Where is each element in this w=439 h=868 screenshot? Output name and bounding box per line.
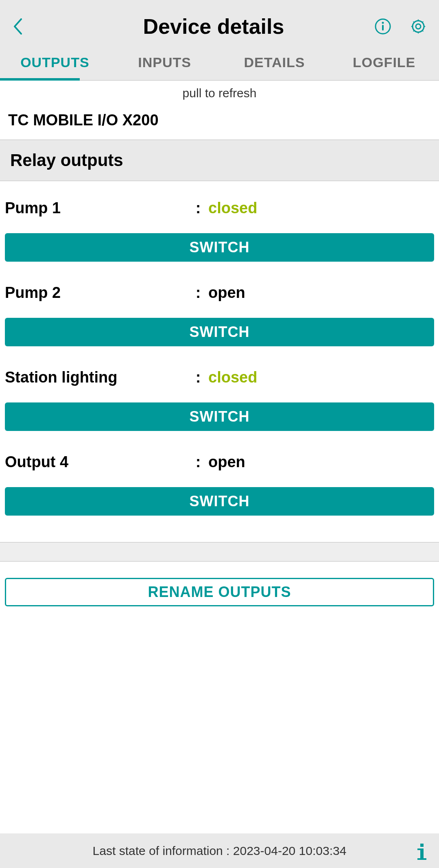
output-item: Output 4 : open SWITCH xyxy=(0,435,439,520)
info-icon[interactable] xyxy=(374,18,391,35)
switch-button[interactable]: SWITCH xyxy=(5,233,434,262)
settings-gear-icon[interactable] xyxy=(410,18,427,35)
output-item: Pump 1 : closed SWITCH xyxy=(0,181,439,266)
tab-inputs[interactable]: INPUTS xyxy=(110,45,220,80)
rename-outputs-button[interactable]: RENAME OUTPUTS xyxy=(5,578,434,606)
back-icon[interactable] xyxy=(12,18,37,35)
output-status: open xyxy=(204,453,245,471)
output-status: open xyxy=(204,284,245,302)
output-label: Pump 2 xyxy=(5,284,192,302)
output-label: Station lighting xyxy=(5,369,192,386)
output-status: closed xyxy=(204,369,257,386)
page-title: Device details xyxy=(37,14,374,39)
tab-outputs[interactable]: OUTPUTS xyxy=(0,45,110,80)
svg-rect-7 xyxy=(417,858,426,860)
output-item: Station lighting : closed SWITCH xyxy=(0,350,439,435)
footer-bar: Last state of information : 2023-04-20 1… xyxy=(0,833,439,868)
svg-point-4 xyxy=(413,21,424,32)
separator xyxy=(0,542,439,562)
svg-point-3 xyxy=(416,24,421,29)
content-area[interactable]: pull to refresh TC MOBILE I/O X200 Relay… xyxy=(0,81,439,833)
svg-rect-8 xyxy=(417,848,424,850)
tab-logfile[interactable]: LOGFILE xyxy=(329,45,439,80)
section-relay-outputs: Relay outputs xyxy=(0,140,439,181)
output-item: Pump 2 : open SWITCH xyxy=(0,266,439,350)
tab-bar: OUTPUTS INPUTS DETAILS LOGFILE xyxy=(0,45,439,81)
device-name: TC MOBILE I/O X200 xyxy=(0,108,439,140)
info-icon[interactable] xyxy=(415,842,429,860)
output-label: Output 4 xyxy=(5,453,192,471)
tab-details[interactable]: DETAILS xyxy=(220,45,330,80)
svg-rect-2 xyxy=(382,25,384,31)
app-header: Device details OUTPUTS INPUTS DETAILS LO… xyxy=(0,0,439,81)
pull-to-refresh-hint: pull to refresh xyxy=(0,81,439,108)
svg-rect-5 xyxy=(420,844,424,847)
switch-button[interactable]: SWITCH xyxy=(5,318,434,346)
svg-point-1 xyxy=(382,22,384,24)
switch-button[interactable]: SWITCH xyxy=(5,402,434,431)
footer-text: Last state of information : 2023-04-20 1… xyxy=(93,844,347,858)
output-label: Pump 1 xyxy=(5,199,192,217)
switch-button[interactable]: SWITCH xyxy=(5,487,434,516)
output-status: closed xyxy=(204,199,257,217)
